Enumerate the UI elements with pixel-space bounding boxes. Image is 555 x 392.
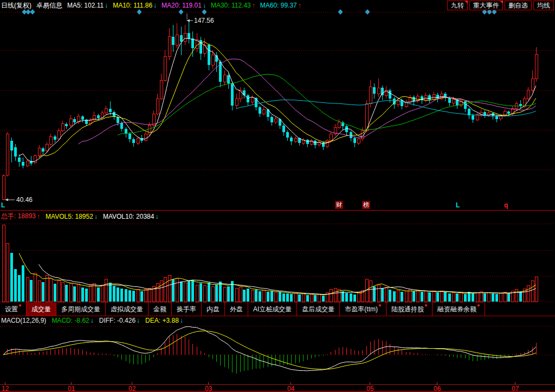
peak-price-label: 147.56 (194, 17, 214, 24)
macd-stat-2: DIFF: -0.426↓ (99, 317, 140, 324)
month-label-06: 06 (434, 385, 441, 392)
ma-value-0: MA5: 102.11↓ (67, 2, 108, 9)
up-arrow-icon: ↑ (37, 213, 40, 220)
volume-header: 总手: 18893↑MAVOL5: 18952↓MAVOL10: 20384↓ (1, 212, 158, 221)
tab-市盈率(ttm)[interactable]: 市盈率(ttm) (340, 302, 386, 316)
chart-canvas[interactable] (0, 0, 555, 392)
macd-stat-3: DEA: +3.88↓ (145, 317, 183, 324)
x-axis: 1201020304050607 (0, 385, 555, 392)
red-dot-icon (477, 304, 480, 306)
header-buttons: 九转重大事件删自选均线 (447, 1, 554, 10)
tab-虚拟成交量[interactable]: 虚拟成交量 (106, 302, 149, 316)
volume-ma-lines (19, 253, 536, 295)
tab-融资融券余额[interactable]: 融资融券余额 (433, 302, 485, 316)
td9-diamond-markers (22, 9, 497, 15)
signal-marker-q[interactable]: q (504, 201, 508, 209)
up-arrow-icon: ↑ (298, 2, 301, 9)
tab-换手率[interactable]: 换手率 (172, 302, 202, 316)
volume-stat-0: 总手: 18893↑ (1, 212, 40, 221)
volume-bars (2, 225, 538, 302)
left-corner-marker: L (1, 201, 5, 209)
up-arrow-icon: ↑ (252, 2, 255, 9)
month-label-04: 04 (287, 385, 294, 392)
volume-stat-2: MAVOL10: 20384↓ (103, 213, 159, 220)
down-arrow-icon: ↓ (153, 2, 157, 9)
tab-设置[interactable]: 设置 (0, 302, 27, 316)
header-button-删自选[interactable]: 删自选 (505, 1, 532, 10)
macd-header: MACD(12,26,9)MACD: -8.62↓DIFF: -0.426↓DE… (1, 317, 183, 324)
macd-stat-1: MACD: -8.62↓ (51, 317, 93, 324)
candlesticks (2, 21, 538, 200)
red-dot-icon (19, 304, 21, 306)
tab-内盘[interactable]: 内盘 (202, 302, 225, 316)
ma-value-4: MA60: 99.37↑ (260, 2, 301, 9)
down-arrow-icon: ↓ (91, 317, 94, 324)
chart-header: 日线(复权) 卓易信息 MA5: 102.11↓MA10: 111.86↓MA2… (1, 1, 301, 10)
tab-陆股通持股[interactable]: 陆股通持股 (386, 302, 433, 316)
down-arrow-icon: ↓ (105, 2, 108, 9)
grid-lines (0, 12, 555, 391)
down-arrow-icon: ↓ (137, 317, 140, 324)
period-label: 日线(复权) (1, 1, 31, 10)
red-dot-icon (379, 304, 381, 306)
month-label-05: 05 (366, 385, 373, 392)
stock-chart-app: 日线(复权) 卓易信息 MA5: 102.11↓MA10: 111.86↓MA2… (0, 0, 555, 392)
price-annotations (5, 14, 193, 201)
macd-lines (3, 326, 536, 371)
month-label-07: 07 (512, 385, 519, 392)
month-label-01: 01 (68, 385, 75, 392)
tab-盘后成交量[interactable]: 盘后成交量 (297, 302, 340, 316)
month-label-02: 02 (128, 385, 135, 392)
macd-histogram (4, 334, 537, 373)
tab-成交量[interactable]: 成交量 (27, 302, 56, 316)
red-dot-icon (425, 304, 427, 306)
month-label-12: 12 (2, 385, 9, 392)
down-arrow-icon: ↓ (94, 213, 98, 220)
volume-stat-1: MAVOL5: 18952↓ (46, 213, 98, 220)
tab-金额[interactable]: 金额 (149, 302, 172, 316)
low-price-label: 40.46 (16, 196, 33, 204)
month-label-03: 03 (205, 385, 212, 392)
down-arrow-icon: ↓ (155, 213, 158, 220)
tab-外盘[interactable]: 外盘 (225, 302, 248, 316)
stock-name: 卓易信息 (36, 1, 62, 10)
header-button-重大事件[interactable]: 重大事件 (469, 1, 503, 10)
ma-value-2: MA20: 119.01↓ (162, 2, 206, 9)
down-arrow-icon: ↓ (180, 317, 183, 324)
indicator-tab-bar: 设置成交量多周期成交量虚拟成交量金额换手率内盘外盘AI立桩成交量盘后成交量市盈率… (0, 302, 555, 316)
ma-value-3: MA30: 112.43↑ (211, 2, 255, 9)
down-arrow-icon: ↓ (203, 2, 206, 9)
tab-AI立桩成交量[interactable]: AI立桩成交量 (248, 302, 297, 316)
signal-marker-L[interactable]: L (456, 201, 460, 209)
header-button-均线[interactable]: 均线 (533, 1, 554, 10)
ma-value-1: MA10: 111.86↓ (113, 2, 157, 9)
macd-stat-0: MACD(12,26,9) (1, 317, 46, 324)
tab-多周期成交量[interactable]: 多周期成交量 (56, 302, 106, 316)
event-badge-榜[interactable]: 榜 (362, 201, 370, 209)
ma-values-group: MA5: 102.11↓MA10: 111.86↓MA20: 119.01↓MA… (67, 2, 301, 9)
event-badge-财[interactable]: 财 (335, 201, 343, 209)
header-button-九转[interactable]: 九转 (447, 1, 468, 10)
